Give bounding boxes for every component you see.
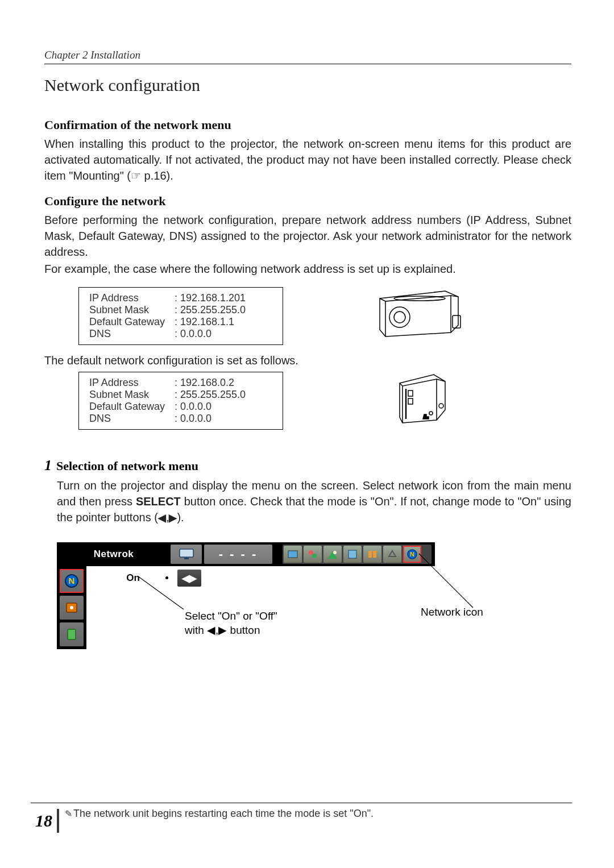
svg-rect-24 xyxy=(68,629,76,639)
dcfg-mask-val: 255.255.255.0 xyxy=(175,389,246,401)
example-config-box: IP Address192.168.1.201 Subnet Mask255.2… xyxy=(78,287,283,345)
dcfg-mask-label: Subnet Mask xyxy=(89,389,175,401)
network-unit-illustration xyxy=(391,369,451,426)
osd-sidebar: N xyxy=(57,566,86,649)
step1-text-c: ). xyxy=(177,511,184,524)
callout-onoff-line1: Select "On" or "Off" xyxy=(185,610,277,622)
svg-rect-10 xyxy=(184,558,189,559)
subheading-configure: Configure the network xyxy=(44,194,571,209)
step-number-1: 1 xyxy=(44,457,52,474)
svg-rect-11 xyxy=(288,551,297,558)
callout-line-network xyxy=(419,554,483,610)
projector-illustration xyxy=(368,284,471,341)
dcfg-ip-label: IP Address xyxy=(89,377,175,389)
left-arrow-glyph: ◀ xyxy=(158,512,166,524)
osd-icon-5[interactable] xyxy=(363,546,381,563)
page-number: 18 xyxy=(31,809,59,833)
select-button-label: SELECT xyxy=(136,495,181,508)
svg-point-8 xyxy=(429,412,433,415)
svg-rect-17 xyxy=(373,551,376,558)
default-config-text: The default network configuration is set… xyxy=(44,354,571,367)
svg-line-25 xyxy=(419,554,473,608)
cfg-gw-val: 192.168.1.1 xyxy=(175,316,234,328)
dcfg-gw-val: 0.0.0.0 xyxy=(175,401,211,413)
cfg-ip-val: 192.168.1.201 xyxy=(175,292,246,304)
svg-point-23 xyxy=(70,606,73,609)
paragraph-configure-1: Before performing the network configurat… xyxy=(44,212,571,260)
osd-dashes: - - - - xyxy=(204,545,272,564)
callout-onoff-line2: with ◀,▶ button xyxy=(185,624,260,636)
callout-line-onoff xyxy=(138,576,189,613)
svg-rect-5 xyxy=(408,391,413,396)
svg-point-1 xyxy=(394,312,405,323)
svg-text:N: N xyxy=(69,576,75,585)
svg-point-7 xyxy=(439,404,443,408)
footnote: ✎The network unit begins restarting each… xyxy=(65,807,374,820)
paragraph-configure-2: For example, the case where the followin… xyxy=(44,261,571,277)
default-config-box: IP Address192.168.0.2 Subnet Mask255.255… xyxy=(78,372,283,430)
pencil-icon: ✎ xyxy=(65,809,72,819)
osd-title: Netwrok xyxy=(59,549,168,560)
svg-rect-9 xyxy=(180,549,193,557)
cfg-ip-label: IP Address xyxy=(89,292,175,304)
svg-point-12 xyxy=(309,550,313,555)
osd-sidebar-network-icon[interactable]: N xyxy=(60,569,84,593)
svg-point-13 xyxy=(312,554,317,558)
osd-monitor-icon[interactable] xyxy=(171,545,202,564)
chapter-header: Chapter 2 Installation xyxy=(44,49,571,64)
svg-point-0 xyxy=(389,307,410,327)
cfg-mask-label: Subnet Mask xyxy=(89,304,175,316)
osd-icon-1[interactable] xyxy=(284,546,302,563)
osd-icon-6[interactable] xyxy=(383,546,401,563)
svg-rect-2 xyxy=(453,315,460,328)
callout-network-icon: Network icon xyxy=(421,606,483,618)
cfg-mask-val: 255.255.255.0 xyxy=(175,304,246,316)
dcfg-dns-val: 0.0.0.0 xyxy=(175,413,211,425)
right-arrow-glyph: ▶ xyxy=(169,512,177,524)
cfg-dns-label: DNS xyxy=(89,328,175,340)
svg-rect-15 xyxy=(349,550,356,558)
osd-icon-4[interactable] xyxy=(343,546,362,563)
svg-rect-16 xyxy=(368,551,372,558)
svg-line-26 xyxy=(138,576,184,609)
osd-icon-2[interactable] xyxy=(304,546,322,563)
osd-icon-3[interactable] xyxy=(323,546,342,563)
section-title: Network configuration xyxy=(44,76,571,95)
osd-sidebar-settings-icon[interactable] xyxy=(60,596,84,620)
cfg-gw-label: Default Gateway xyxy=(89,316,175,328)
osd-sidebar-card-icon[interactable] xyxy=(60,622,84,646)
svg-point-14 xyxy=(333,551,337,554)
svg-text:N: N xyxy=(410,551,414,558)
paragraph-confirmation: When installing this product to the proj… xyxy=(44,136,571,184)
footnote-text: The network unit begins restarting each … xyxy=(73,808,374,819)
dcfg-ip-val: 192.168.0.2 xyxy=(175,377,234,389)
cfg-dns-val: 0.0.0.0 xyxy=(175,328,211,340)
step-body-1: Turn on the projector and display the me… xyxy=(57,477,571,525)
svg-rect-6 xyxy=(408,398,413,404)
callout-onoff: Select "On" or "Off" with ◀,▶ button xyxy=(185,609,277,637)
step-title-1: Selection of network menu xyxy=(56,459,198,474)
osd-icon-row: N xyxy=(283,545,432,564)
subheading-confirmation: Confirmation of the network menu xyxy=(44,118,571,132)
dcfg-dns-label: DNS xyxy=(89,413,175,425)
dcfg-gw-label: Default Gateway xyxy=(89,401,175,413)
